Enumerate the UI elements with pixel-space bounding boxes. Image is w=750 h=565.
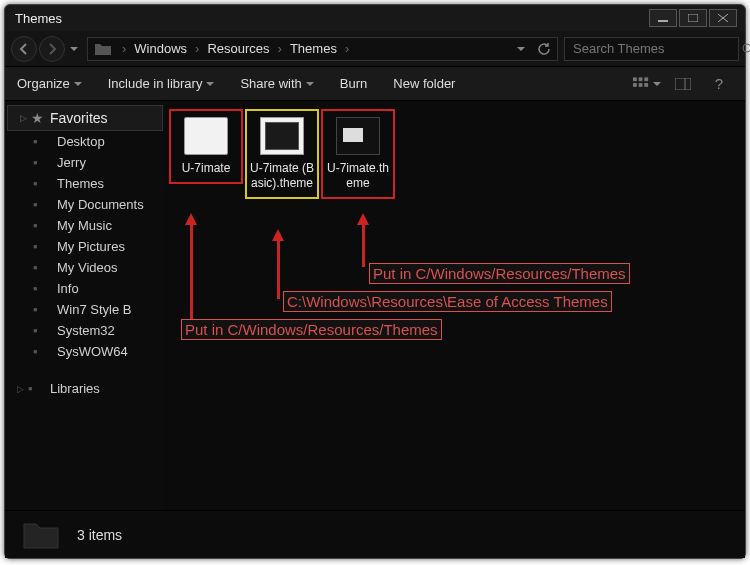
navigation-pane: ▷ ★ Favorites ▪Desktop ▪Jerry ▪Themes ▪M… bbox=[5, 101, 165, 510]
arrow-icon bbox=[190, 223, 193, 323]
share-with-menu[interactable]: Share with bbox=[240, 76, 313, 91]
address-bar[interactable]: › Windows › Resources › Themes › bbox=[87, 37, 558, 61]
breadcrumb: Windows › Resources › Themes › bbox=[130, 41, 353, 56]
minimize-button[interactable] bbox=[649, 9, 677, 27]
folder-icon: ▪ bbox=[33, 260, 51, 275]
breadcrumb-item[interactable]: Windows bbox=[130, 41, 191, 56]
folder-icon bbox=[21, 518, 61, 552]
sidebar-item[interactable]: ▪My Videos bbox=[5, 257, 165, 278]
chevron-down-icon: ▷ bbox=[20, 113, 27, 123]
chevron-right-icon[interactable]: › bbox=[274, 41, 286, 56]
sidebar-item[interactable]: ▪Desktop bbox=[5, 131, 165, 152]
svg-rect-9 bbox=[633, 83, 637, 87]
theme-icon bbox=[260, 117, 304, 155]
folder-icon: ▪ bbox=[33, 218, 51, 233]
new-folder-button[interactable]: New folder bbox=[393, 76, 455, 91]
close-button[interactable] bbox=[709, 9, 737, 27]
sidebar-item[interactable]: ▪My Music bbox=[5, 215, 165, 236]
include-in-library-menu[interactable]: Include in library bbox=[108, 76, 215, 91]
nav-history-dropdown[interactable] bbox=[67, 39, 81, 59]
status-bar: 3 items bbox=[5, 510, 745, 558]
content-pane[interactable]: U-7imate U-7imate (Basic).theme U-7imate… bbox=[165, 101, 745, 510]
sidebar-item[interactable]: ▪System32 bbox=[5, 320, 165, 341]
folder-icon bbox=[94, 41, 112, 57]
file-label: U-7imate bbox=[180, 161, 233, 176]
file-item-folder[interactable]: U-7imate bbox=[169, 109, 243, 184]
chevron-right-icon[interactable]: › bbox=[191, 41, 203, 56]
forward-button[interactable] bbox=[39, 36, 65, 62]
arrow-icon bbox=[362, 223, 365, 267]
navigation-bar: › Windows › Resources › Themes › bbox=[5, 31, 745, 67]
command-bar: Organize Include in library Share with B… bbox=[5, 67, 745, 101]
folder-icon: ▪ bbox=[33, 302, 51, 317]
organize-menu[interactable]: Organize bbox=[17, 76, 82, 91]
chevron-right-icon[interactable]: › bbox=[118, 41, 130, 56]
folder-icon bbox=[184, 117, 228, 155]
maximize-button[interactable] bbox=[679, 9, 707, 27]
svg-rect-10 bbox=[639, 83, 643, 87]
libraries-group[interactable]: ▷ ▪ Libraries bbox=[5, 376, 165, 401]
preview-pane-button[interactable] bbox=[669, 73, 697, 95]
file-label: U-7imate.theme bbox=[323, 161, 393, 191]
folder-icon: ▪ bbox=[33, 281, 51, 296]
file-item-theme[interactable]: U-7imate.theme bbox=[321, 109, 395, 199]
svg-point-4 bbox=[743, 44, 750, 52]
sidebar-item[interactable]: ▪My Pictures bbox=[5, 236, 165, 257]
folder-icon: ▪ bbox=[33, 134, 51, 149]
sidebar-item[interactable]: ▪Jerry bbox=[5, 152, 165, 173]
sidebar-item[interactable]: ▪Themes bbox=[5, 173, 165, 194]
svg-rect-0 bbox=[658, 20, 668, 22]
sidebar-item[interactable]: ▪Info bbox=[5, 278, 165, 299]
refresh-button[interactable] bbox=[533, 38, 555, 60]
svg-rect-8 bbox=[644, 77, 648, 81]
svg-rect-6 bbox=[633, 77, 637, 81]
titlebar[interactable]: Themes bbox=[5, 5, 745, 31]
search-box[interactable] bbox=[564, 37, 739, 61]
svg-rect-7 bbox=[639, 77, 643, 81]
annotation: Put in C/Windows/Resources/Themes bbox=[369, 263, 630, 284]
folder-icon: ▪ bbox=[33, 344, 51, 359]
sidebar-item[interactable]: ▪SysWOW64 bbox=[5, 341, 165, 362]
arrow-icon bbox=[185, 213, 197, 225]
annotation: Put in C/Windows/Resources/Themes bbox=[181, 319, 442, 340]
chevron-right-icon[interactable]: › bbox=[341, 41, 353, 56]
explorer-window: Themes › Windows › Resources › Themes › bbox=[4, 4, 746, 559]
burn-button[interactable]: Burn bbox=[340, 76, 367, 91]
arrow-icon bbox=[277, 239, 280, 299]
folder-icon: ▪ bbox=[33, 155, 51, 170]
chevron-right-icon: ▷ bbox=[17, 384, 24, 394]
star-icon: ★ bbox=[31, 110, 44, 126]
annotation: C:\Windows\Resources\Ease of Access Them… bbox=[283, 291, 612, 312]
search-input[interactable] bbox=[573, 41, 741, 56]
library-icon: ▪ bbox=[28, 381, 46, 396]
address-dropdown[interactable] bbox=[511, 38, 531, 60]
libraries-label: Libraries bbox=[50, 381, 100, 396]
folder-icon: ▪ bbox=[33, 176, 51, 191]
search-icon[interactable] bbox=[741, 42, 750, 56]
folder-icon: ▪ bbox=[33, 239, 51, 254]
theme-icon bbox=[336, 117, 380, 155]
svg-rect-1 bbox=[688, 14, 698, 22]
window-title: Themes bbox=[15, 11, 647, 26]
help-button[interactable]: ? bbox=[705, 73, 733, 95]
svg-rect-11 bbox=[644, 83, 648, 87]
svg-rect-12 bbox=[675, 78, 691, 90]
folder-icon: ▪ bbox=[33, 197, 51, 212]
favorites-label: Favorites bbox=[50, 110, 108, 126]
breadcrumb-item[interactable]: Themes bbox=[286, 41, 341, 56]
file-item-theme[interactable]: U-7imate (Basic).theme bbox=[245, 109, 319, 199]
sidebar-item[interactable]: ▪My Documents bbox=[5, 194, 165, 215]
sidebar-item[interactable]: ▪Win7 Style B bbox=[5, 299, 165, 320]
arrow-icon bbox=[357, 213, 369, 225]
folder-icon: ▪ bbox=[33, 323, 51, 338]
back-button[interactable] bbox=[11, 36, 37, 62]
view-mode-button[interactable] bbox=[633, 73, 661, 95]
breadcrumb-item[interactable]: Resources bbox=[203, 41, 273, 56]
status-text: 3 items bbox=[77, 527, 122, 543]
favorites-group[interactable]: ▷ ★ Favorites bbox=[7, 105, 163, 131]
arrow-icon bbox=[272, 229, 284, 241]
file-label: U-7imate (Basic).theme bbox=[247, 161, 317, 191]
